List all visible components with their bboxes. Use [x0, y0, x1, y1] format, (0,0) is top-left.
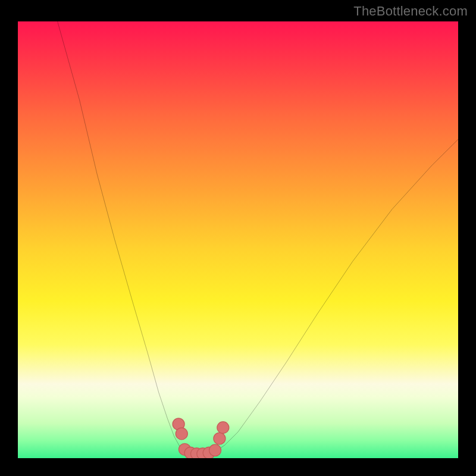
watermark-text: TheBottleneck.com — [353, 4, 468, 19]
plot-area — [18, 21, 458, 458]
curve-marker — [209, 444, 221, 456]
curve-marker — [214, 433, 226, 444]
curve-marker — [176, 428, 187, 440]
curve-markers-group — [173, 418, 229, 458]
curve-marker — [217, 422, 229, 434]
chart-frame: TheBottleneck.com — [0, 0, 476, 476]
bottleneck-curve-path — [58, 21, 458, 454]
curve-layer — [18, 21, 458, 458]
